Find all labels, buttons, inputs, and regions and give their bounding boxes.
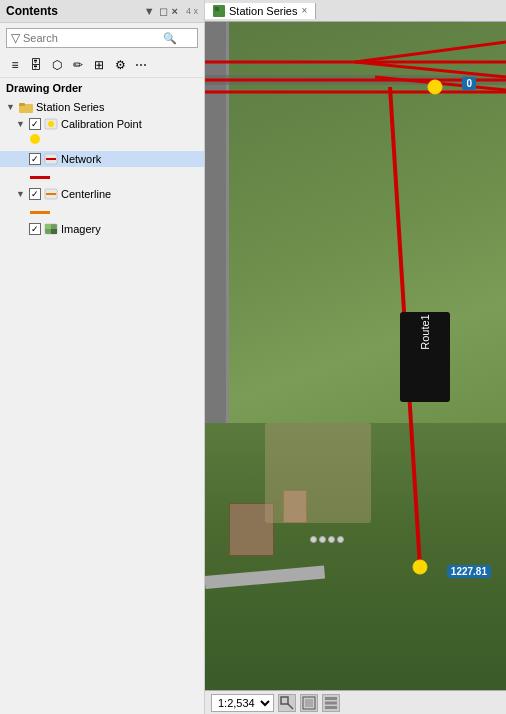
gravel-area	[265, 423, 370, 523]
legend-network	[0, 167, 204, 184]
layer-row-network[interactable]: ✓ Network	[0, 151, 204, 167]
zoom-to-layer-icon[interactable]	[278, 694, 296, 712]
status-bar: 1:2,534	[205, 690, 506, 714]
svg-rect-28	[325, 697, 337, 700]
svg-point-3	[48, 121, 54, 127]
map-tab-label: Station Series	[229, 5, 297, 17]
road-h1	[205, 75, 506, 85]
checkbox-calibration-point[interactable]: ✓	[29, 118, 41, 130]
panel-title: Contents	[6, 4, 58, 18]
svg-line-25	[288, 704, 293, 709]
imagery-layer-icon	[44, 223, 58, 235]
layer-name-network: Network	[61, 153, 101, 165]
map-area: Station Series ×	[205, 0, 506, 714]
svg-rect-12	[215, 7, 219, 11]
full-extent-icon[interactable]	[300, 694, 318, 712]
panel-close-icon[interactable]: ×	[172, 5, 178, 17]
map-background: Route1 0 1227.81	[205, 22, 506, 690]
centerline-symbol	[30, 211, 50, 214]
tab-close-icon[interactable]: ×	[301, 5, 307, 16]
svg-rect-1	[19, 103, 25, 106]
expand-icon-centerline: ▼	[16, 189, 26, 199]
svg-rect-10	[51, 229, 57, 234]
list-icon[interactable]: ≡	[6, 56, 24, 74]
map-tab-bar: Station Series ×	[205, 0, 506, 22]
map-tab-station-series[interactable]: Station Series ×	[205, 3, 316, 19]
checkbox-centerline[interactable]: ✓	[29, 188, 41, 200]
database-icon[interactable]: 🗄	[27, 56, 45, 74]
network-layer-icon	[44, 153, 58, 165]
layer-name-calibration-point: Calibration Point	[61, 118, 142, 130]
expand-icon-calibration-point: ▼	[16, 119, 26, 129]
map-canvas[interactable]: Route1 0 1227.81	[205, 22, 506, 690]
layer-name-centerline: Centerline	[61, 188, 111, 200]
layer-name-station-series: Station Series	[36, 101, 104, 113]
svg-rect-9	[45, 224, 51, 229]
map-label-1227: 1227.81	[447, 565, 491, 578]
legend-calibration-point	[0, 132, 204, 149]
calibration-point-symbol	[30, 134, 40, 144]
scale-dropdown[interactable]: 1:2,534	[211, 694, 274, 712]
legend-centerline	[0, 202, 204, 219]
toolbar-row: ≡ 🗄 ⬡ ✏ ⊞ ⚙ ⋯	[0, 53, 204, 78]
panel-dock-text: 4 x	[186, 6, 198, 16]
layers-icon[interactable]	[322, 694, 340, 712]
more-icon[interactable]: ⋯	[132, 56, 150, 74]
layer-group-imagery: ✓ Imagery	[0, 220, 204, 238]
search-bar: ▽ 🔍	[6, 28, 198, 48]
layer-group-centerline: ▼ ✓ Centerline	[0, 185, 204, 220]
network-symbol	[30, 176, 50, 179]
layer-group-network: ✓ Network	[0, 150, 204, 185]
svg-rect-30	[325, 706, 337, 709]
svg-rect-29	[325, 701, 337, 704]
layer-group-calibration-point: ▼ ✓ Calibration Point	[0, 115, 204, 150]
checkbox-network[interactable]: ✓	[29, 153, 41, 165]
layer-name-imagery: Imagery	[61, 223, 101, 235]
folder-icon	[19, 101, 33, 113]
checkbox-imagery[interactable]: ✓	[29, 223, 41, 235]
panel-controls: ▼ ◻ × 4 x	[144, 5, 198, 18]
layer-tree: ▼ Station Series ▼ ✓ Calibration Point	[0, 96, 204, 714]
search-input[interactable]	[23, 32, 163, 44]
svg-rect-24	[281, 697, 288, 704]
contents-panel: Contents ▼ ◻ × 4 x ▽ 🔍 ≡ 🗄 ⬡ ✏ ⊞ ⚙ ⋯ Dra…	[0, 0, 205, 714]
layer-row-imagery[interactable]: ✓ Imagery	[0, 221, 204, 237]
filter-icon: ▽	[11, 31, 20, 45]
layer-row-centerline[interactable]: ▼ ✓ Centerline	[0, 186, 204, 202]
expand-icon-station-series: ▼	[6, 102, 16, 112]
panel-size-icon[interactable]: ◻	[159, 5, 168, 18]
map-icon	[213, 5, 225, 17]
polygon-icon[interactable]: ⬡	[48, 56, 66, 74]
panel-header: Contents ▼ ◻ × 4 x	[0, 0, 204, 23]
svg-rect-27	[305, 699, 313, 707]
layer-row-calibration-point[interactable]: ▼ ✓ Calibration Point	[0, 116, 204, 132]
layer-group-station-series: ▼ Station Series ▼ ✓ Calibration Point	[0, 98, 204, 239]
layer-row-station-series[interactable]: ▼ Station Series	[0, 99, 204, 115]
point-layer-icon	[44, 118, 58, 130]
pencil-icon[interactable]: ✏	[69, 56, 87, 74]
centerline-layer-icon	[44, 188, 58, 200]
search-icon: 🔍	[163, 32, 177, 45]
map-label-0: 0	[462, 77, 476, 90]
drawing-order-label: Drawing Order	[0, 78, 204, 96]
settings-icon[interactable]: ⚙	[111, 56, 129, 74]
panel-pin-icon[interactable]: ▼	[144, 5, 155, 17]
grid-icon[interactable]: ⊞	[90, 56, 108, 74]
